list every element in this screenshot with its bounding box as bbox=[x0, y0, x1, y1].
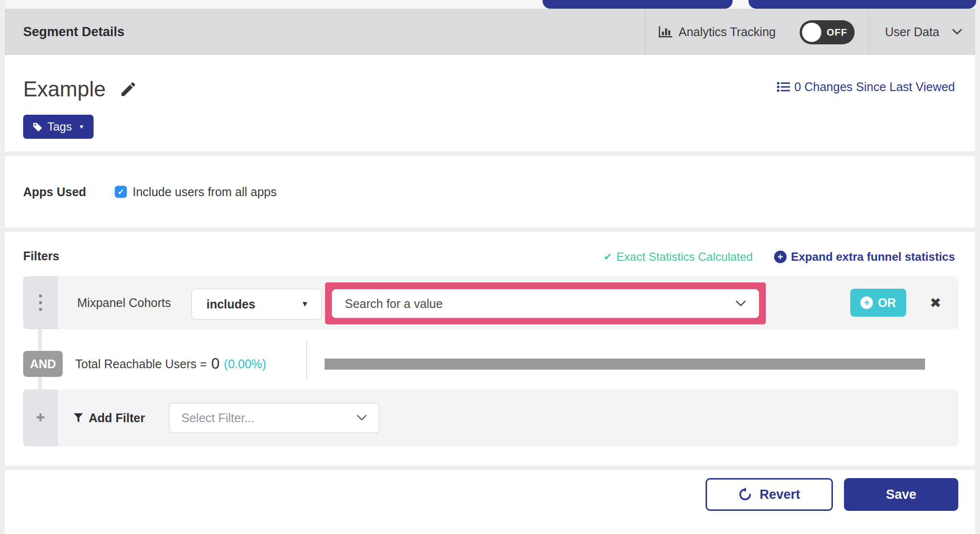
value-select-placeholder: Search for a value bbox=[345, 297, 443, 311]
toggle-state-label: OFF bbox=[827, 27, 847, 38]
changes-link-label: 0 Changes Since Last Viewed bbox=[794, 80, 955, 94]
segment-name-row: Example bbox=[23, 77, 137, 101]
select-filter-dropdown[interactable]: Select Filter... bbox=[169, 402, 380, 433]
add-filter-label: Add Filter bbox=[89, 411, 145, 425]
apps-used-row: Apps Used ✓ Include users from all apps bbox=[23, 185, 277, 199]
revert-undo-icon bbox=[738, 488, 752, 501]
drag-dot-icon bbox=[39, 294, 42, 297]
header-bar: Segment Details Analytics Tracking OFF U… bbox=[5, 9, 975, 55]
apps-used-card: Apps Used ✓ Include users from all apps bbox=[5, 156, 975, 227]
save-button[interactable]: Save bbox=[844, 478, 958, 511]
change-list-icon bbox=[777, 81, 790, 93]
caret-down-icon: ▼ bbox=[301, 300, 309, 308]
clipped-top-button-right[interactable] bbox=[749, 0, 976, 9]
chevron-down-icon bbox=[952, 29, 962, 35]
filters-status-links: ✔ Exact Statistics Calculated + Expand e… bbox=[603, 250, 955, 264]
check-icon: ✔ bbox=[603, 251, 612, 263]
checkmark-icon: ✓ bbox=[117, 187, 124, 197]
revert-button-label: Revert bbox=[760, 487, 800, 502]
include-all-apps-checkbox[interactable]: ✓ bbox=[115, 186, 127, 198]
bar-chart-icon bbox=[659, 26, 673, 38]
exact-statistics-status: ✔ Exact Statistics Calculated bbox=[603, 250, 752, 264]
user-data-dropdown[interactable]: User Data bbox=[885, 25, 962, 39]
segment-details-page: Segment Details Analytics Tracking OFF U… bbox=[0, 0, 980, 534]
plus-circle-icon: + bbox=[860, 296, 873, 309]
select-filter-placeholder: Select Filter... bbox=[181, 411, 254, 425]
drag-dot-icon bbox=[39, 301, 42, 304]
close-icon: ✖ bbox=[930, 295, 941, 310]
exact-statistics-label: Exact Statistics Calculated bbox=[616, 250, 753, 264]
reachable-percent: (0.00%) bbox=[224, 357, 266, 371]
funnel-filter-icon bbox=[73, 413, 83, 423]
filters-heading: Filters bbox=[23, 249, 59, 263]
segment-title-card: Example 0 Changes Since Last Viewed Tags… bbox=[5, 55, 975, 151]
header-divider bbox=[868, 9, 869, 55]
footer-bar: Revert Save bbox=[5, 470, 975, 534]
tags-button-label: Tags bbox=[47, 120, 72, 134]
value-search-select[interactable]: Search for a value bbox=[332, 289, 759, 318]
filter-row: Mixpanel Cohorts includes ▼ Search for a… bbox=[23, 276, 959, 329]
analytics-tracking-label: Analytics Tracking bbox=[679, 25, 776, 39]
apps-used-label: Apps Used bbox=[23, 185, 115, 199]
plus-circle-icon: + bbox=[774, 251, 787, 263]
reachable-users-progress-bar bbox=[325, 359, 925, 370]
chevron-down-icon bbox=[356, 414, 367, 421]
vertical-divider bbox=[306, 341, 307, 379]
revert-button[interactable]: Revert bbox=[706, 478, 833, 511]
caret-down-icon: ▼ bbox=[79, 123, 84, 130]
page-title: Segment Details bbox=[23, 25, 124, 40]
plus-icon: ✚ bbox=[36, 412, 45, 424]
and-label: AND bbox=[30, 357, 56, 371]
analytics-tracking-group: Analytics Tracking bbox=[659, 25, 776, 39]
edit-pencil-icon[interactable] bbox=[119, 80, 137, 98]
header-divider bbox=[645, 9, 645, 55]
add-or-condition-button[interactable]: + OR bbox=[850, 289, 906, 317]
user-data-label: User Data bbox=[885, 25, 939, 39]
drag-handle[interactable] bbox=[23, 276, 58, 329]
changes-since-last-viewed-link[interactable]: 0 Changes Since Last Viewed bbox=[777, 80, 955, 94]
or-button-label: OR bbox=[878, 296, 896, 310]
total-reachable-users: Total Reachable Users = 0 (0.00%) bbox=[75, 355, 266, 373]
segment-name: Example bbox=[23, 77, 106, 101]
reachable-value: 0 bbox=[211, 355, 219, 373]
drag-dot-icon bbox=[39, 308, 42, 311]
tag-icon bbox=[32, 122, 42, 132]
expand-funnel-statistics-link[interactable]: + Expand extra funnel statistics bbox=[774, 250, 955, 264]
clipped-top-button-left[interactable] bbox=[543, 0, 733, 9]
remove-filter-button[interactable]: ✖ bbox=[930, 295, 941, 311]
operator-value: includes bbox=[206, 297, 255, 311]
expand-funnel-label: Expand extra funnel statistics bbox=[791, 250, 955, 264]
tags-button[interactable]: Tags ▼ bbox=[23, 115, 94, 139]
and-conjunction-badge: AND bbox=[23, 351, 63, 377]
add-filter-group: Add Filter bbox=[73, 411, 145, 425]
toggle-knob bbox=[802, 23, 821, 42]
add-filter-row: ✚ Add Filter Select Filter... bbox=[23, 389, 959, 446]
add-condition-button[interactable]: ✚ bbox=[23, 389, 58, 446]
analytics-tracking-toggle[interactable]: OFF bbox=[800, 20, 855, 44]
filters-card: Filters ✔ Exact Statistics Calculated + … bbox=[5, 232, 975, 466]
save-button-label: Save bbox=[886, 487, 916, 502]
chevron-down-icon bbox=[735, 300, 746, 307]
reachable-label: Total Reachable Users = bbox=[75, 357, 207, 371]
include-all-apps-label: Include users from all apps bbox=[133, 185, 277, 199]
highlight-outline: Search for a value bbox=[325, 282, 766, 324]
operator-select[interactable]: includes ▼ bbox=[191, 289, 322, 320]
filter-field-label: Mixpanel Cohorts bbox=[77, 296, 171, 310]
